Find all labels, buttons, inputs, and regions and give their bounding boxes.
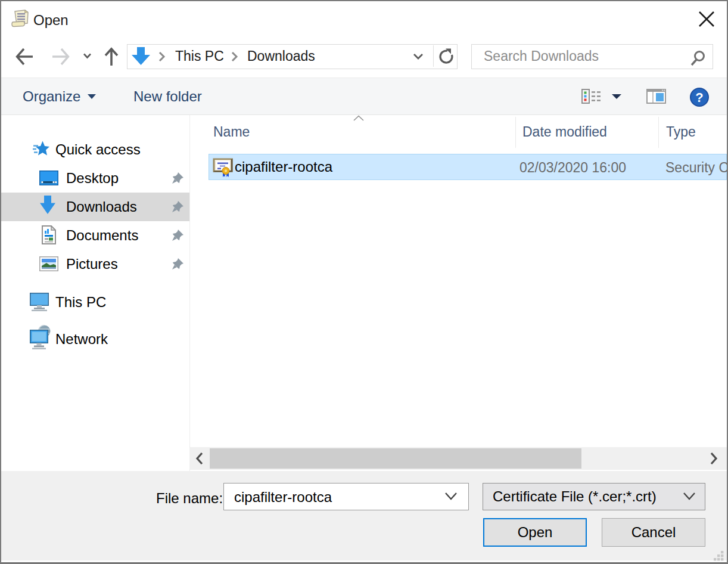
svg-text:?: ? bbox=[695, 90, 703, 105]
